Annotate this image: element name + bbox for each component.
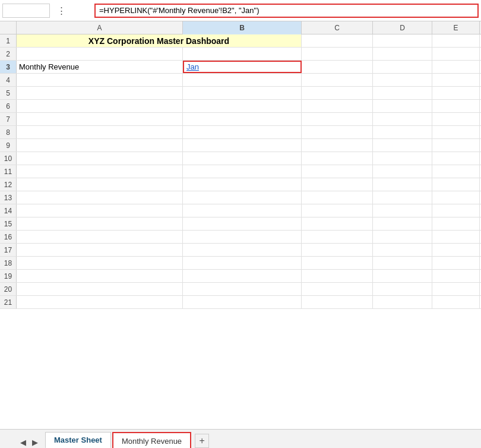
tab-right-icon[interactable]: ▶	[30, 437, 40, 448]
cell-d9[interactable]	[373, 139, 432, 152]
cell-e21[interactable]	[432, 296, 480, 308]
cell-e12[interactable]	[432, 178, 480, 191]
cell-e7[interactable]	[432, 113, 480, 125]
cell-d12[interactable]	[373, 178, 432, 191]
cell-e18[interactable]	[432, 257, 480, 269]
cell-c13[interactable]	[302, 191, 373, 204]
cell-b8[interactable]	[183, 126, 302, 138]
cell-b9[interactable]	[183, 139, 302, 152]
cell-e4[interactable]	[432, 74, 480, 86]
cell-e5[interactable]	[432, 87, 480, 99]
cell-b2[interactable]	[183, 48, 302, 60]
cell-e15[interactable]	[432, 217, 480, 230]
cell-a3[interactable]: Monthly Revenue	[17, 61, 183, 73]
add-sheet-button[interactable]: +	[195, 434, 209, 448]
col-header-b[interactable]: B	[183, 21, 302, 34]
formula-input[interactable]	[94, 4, 479, 18]
cell-a13[interactable]	[17, 191, 183, 204]
cell-d7[interactable]	[373, 113, 432, 125]
cell-b3[interactable]: Jan	[183, 61, 302, 73]
cell-reference-box[interactable]	[2, 4, 50, 18]
cell-b15[interactable]	[183, 217, 302, 230]
cell-c3[interactable]	[302, 61, 373, 73]
cell-e14[interactable]	[432, 204, 480, 217]
cell-e16[interactable]	[432, 231, 480, 243]
cell-d13[interactable]	[373, 191, 432, 204]
tab-master-sheet[interactable]: Master Sheet	[45, 432, 111, 448]
cancel-formula-icon[interactable]	[71, 10, 75, 12]
cell-c5[interactable]	[302, 87, 373, 99]
cell-a9[interactable]	[17, 139, 183, 152]
cell-b17[interactable]	[183, 244, 302, 256]
cell-d2[interactable]	[373, 48, 432, 60]
cell-a21[interactable]	[17, 296, 183, 308]
cell-a7[interactable]	[17, 113, 183, 125]
cell-a17[interactable]	[17, 244, 183, 256]
cell-d19[interactable]	[373, 270, 432, 282]
cell-c1[interactable]	[302, 34, 373, 47]
cell-a14[interactable]	[17, 204, 183, 217]
cell-b16[interactable]	[183, 231, 302, 243]
cell-d17[interactable]	[373, 244, 432, 256]
cell-a10[interactable]	[17, 152, 183, 165]
cell-e11[interactable]	[432, 165, 480, 178]
cell-d21[interactable]	[373, 296, 432, 308]
cell-e8[interactable]	[432, 126, 480, 138]
cell-a8[interactable]	[17, 126, 183, 138]
cell-c8[interactable]	[302, 126, 373, 138]
tab-left-icon[interactable]: ◀	[18, 437, 29, 448]
cell-e1[interactable]	[432, 34, 480, 47]
cell-d14[interactable]	[373, 204, 432, 217]
cell-e9[interactable]	[432, 139, 480, 152]
cell-e17[interactable]	[432, 244, 480, 256]
cell-a5[interactable]	[17, 87, 183, 99]
cell-e3[interactable]	[432, 61, 480, 73]
cell-b14[interactable]	[183, 204, 302, 217]
cell-b6[interactable]	[183, 100, 302, 112]
cell-b4[interactable]	[183, 74, 302, 86]
cell-a6[interactable]	[17, 100, 183, 112]
cell-c11[interactable]	[302, 165, 373, 178]
cell-a2[interactable]	[17, 48, 183, 60]
cell-a12[interactable]	[17, 178, 183, 191]
cell-c14[interactable]	[302, 204, 373, 217]
cell-e13[interactable]	[432, 191, 480, 204]
cell-c10[interactable]	[302, 152, 373, 165]
cell-a20[interactable]	[17, 283, 183, 295]
cell-c9[interactable]	[302, 139, 373, 152]
cell-d1[interactable]	[373, 34, 432, 47]
cell-d18[interactable]	[373, 257, 432, 269]
cell-c21[interactable]	[302, 296, 373, 308]
cell-c17[interactable]	[302, 244, 373, 256]
cell-c2[interactable]	[302, 48, 373, 60]
cell-c18[interactable]	[302, 257, 373, 269]
col-header-c[interactable]: C	[302, 21, 373, 34]
cell-b12[interactable]	[183, 178, 302, 191]
cell-b19[interactable]	[183, 270, 302, 282]
cell-a18[interactable]	[17, 257, 183, 269]
cell-b20[interactable]	[183, 283, 302, 295]
cell-d8[interactable]	[373, 126, 432, 138]
col-header-e[interactable]: E	[432, 21, 480, 34]
cell-c15[interactable]	[302, 217, 373, 230]
cell-d4[interactable]	[373, 74, 432, 86]
cell-c20[interactable]	[302, 283, 373, 295]
tab-monthly-revenue[interactable]: Monthly Revenue	[112, 432, 191, 448]
cell-d16[interactable]	[373, 231, 432, 243]
cell-e19[interactable]	[432, 270, 480, 282]
cell-a15[interactable]	[17, 217, 183, 230]
cell-c6[interactable]	[302, 100, 373, 112]
cell-d15[interactable]	[373, 217, 432, 230]
col-header-d[interactable]: D	[373, 21, 432, 34]
cell-c19[interactable]	[302, 270, 373, 282]
cell-d10[interactable]	[373, 152, 432, 165]
cell-e20[interactable]	[432, 283, 480, 295]
cell-b13[interactable]	[183, 191, 302, 204]
cell-b18[interactable]	[183, 257, 302, 269]
cell-d5[interactable]	[373, 87, 432, 99]
cell-a11[interactable]	[17, 165, 183, 178]
cell-d6[interactable]	[373, 100, 432, 112]
confirm-formula-icon[interactable]	[78, 10, 83, 12]
cell-b7[interactable]	[183, 113, 302, 125]
cell-e6[interactable]	[432, 100, 480, 112]
